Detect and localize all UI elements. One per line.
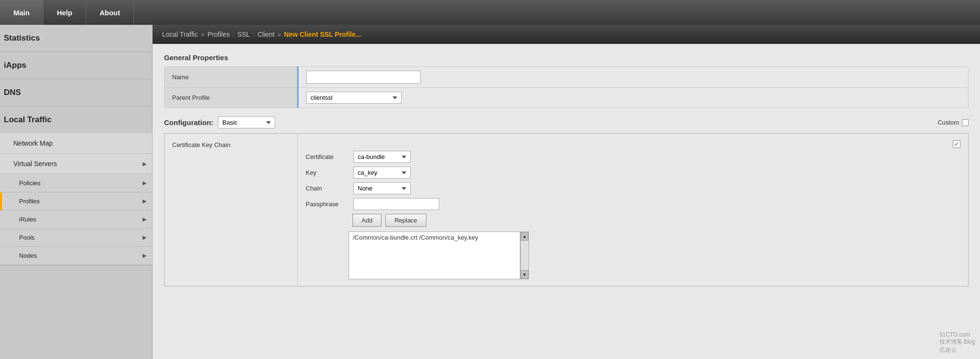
name-value-cell: [298, 67, 969, 88]
key-row: Key ca_key: [306, 167, 960, 179]
breadcrumb: Local Traffic » Profiles : SSL : Client …: [153, 25, 980, 44]
passphrase-input[interactable]: [353, 198, 439, 210]
cert-chain-box[interactable]: /Common/ca-bundle.crt /Common/ca_key.key: [349, 232, 520, 279]
cert-chain-value: /Common/ca-bundle.crt /Common/ca_key.key: [353, 234, 478, 241]
tab-help[interactable]: Help: [43, 0, 86, 25]
tab-help-label: Help: [57, 9, 72, 17]
cert-scrollbar: ▲ ▼: [520, 232, 529, 279]
sidebar-item-iapps[interactable]: iApps: [0, 52, 152, 79]
scrollbar-down-button[interactable]: ▼: [521, 270, 528, 279]
certificate-label: Certificate: [306, 153, 349, 160]
custom-area: Custom: [938, 119, 969, 126]
chain-select[interactable]: None: [353, 182, 411, 194]
sidebar-section-statistics: Statistics: [0, 25, 152, 52]
btn-row: Add Replace: [306, 214, 960, 227]
sidebar-item-network-map[interactable]: Network Map: [0, 133, 152, 154]
custom-label: Custom: [938, 119, 959, 126]
chevron-right-icon: ▶: [143, 180, 146, 186]
sidebar-item-virtual-servers[interactable]: Virtual Servers ▶: [0, 154, 152, 174]
sidebar-item-local-traffic[interactable]: Local Traffic: [0, 106, 152, 133]
sidebar-item-pools[interactable]: Pools ▶: [0, 229, 152, 247]
general-properties-table: Name Parent Profile clientssl: [164, 66, 969, 108]
certificate-row: Certificate ca-bundle: [306, 151, 960, 163]
sidebar-item-dns[interactable]: DNS: [0, 79, 152, 106]
key-select[interactable]: ca_key: [353, 167, 411, 179]
chevron-right-icon: ▶: [143, 234, 146, 241]
chain-value-area: /Common/ca-bundle.crt /Common/ca_key.key…: [306, 232, 960, 279]
main-panel: Local Traffic » Profiles : SSL : Client …: [153, 25, 980, 359]
sidebar-item-profiles[interactable]: Profiles ▶: [0, 192, 152, 211]
breadcrumb-ssl[interactable]: SSL: [237, 31, 250, 38]
replace-button[interactable]: Replace: [385, 214, 426, 227]
parent-profile-select[interactable]: clientssl: [306, 92, 402, 104]
certificate-select[interactable]: ca-bundle: [353, 151, 411, 163]
sidebar-item-nodes[interactable]: Nodes ▶: [0, 247, 152, 265]
chevron-right-icon: ▶: [143, 216, 146, 222]
chevron-right-icon: ▶: [143, 198, 146, 204]
sidebar-item-statistics[interactable]: Statistics: [0, 25, 152, 52]
chain-row: Chain None: [306, 182, 960, 194]
passphrase-row: Passphrase: [306, 198, 960, 210]
breadcrumb-local-traffic[interactable]: Local Traffic: [162, 31, 198, 38]
sidebar-item-policies[interactable]: Policies ▶: [0, 174, 152, 192]
top-nav: Main Help About: [0, 0, 980, 25]
breadcrumb-client[interactable]: Client: [258, 31, 275, 38]
passphrase-label: Passphrase: [306, 201, 349, 208]
config-box: Certificate Key Chain ✓ Certificate ca-b: [164, 133, 969, 286]
chevron-right-icon: ▶: [143, 253, 146, 259]
sidebar-section-dns: DNS: [0, 79, 152, 106]
breadcrumb-current: New Client SSL Profile...: [284, 31, 361, 38]
config-mode-select[interactable]: Basic Advanced: [218, 116, 275, 128]
sidebar: Statistics iApps DNS Local Traffic Netwo…: [0, 25, 153, 359]
general-properties-title: General Properties: [164, 53, 969, 62]
config-checked-icon[interactable]: ✓: [953, 140, 960, 148]
content-area: Statistics iApps DNS Local Traffic Netwo…: [0, 25, 980, 359]
name-input[interactable]: [306, 71, 421, 84]
tab-main[interactable]: Main: [0, 0, 43, 25]
watermark: 51CTO.com 技术博客 Blog 亿迷云: [939, 331, 975, 354]
parent-profile-label: Parent Profile: [165, 88, 298, 108]
name-label: Name: [165, 67, 298, 88]
cert-key-chain-label: Certificate Key Chain: [172, 141, 230, 148]
scrollbar-up-button[interactable]: ▲: [521, 232, 528, 241]
cert-key-chain-label-cell: Certificate Key Chain: [165, 134, 298, 286]
chain-label: Chain: [306, 185, 349, 192]
config-header: Configuration: Basic Advanced Custom: [164, 116, 969, 128]
chevron-right-icon: ▶: [143, 161, 146, 167]
form-content: General Properties Name Parent Profile c…: [153, 44, 980, 296]
key-label: Key: [306, 169, 349, 176]
tab-about-label: About: [100, 9, 120, 17]
config-label: Configuration:: [164, 118, 213, 127]
sidebar-section-local-traffic: Local Traffic Network Map Virtual Server…: [0, 106, 152, 265]
tab-main-label: Main: [13, 9, 30, 17]
cert-chain-wrapper: /Common/ca-bundle.crt /Common/ca_key.key…: [349, 232, 529, 279]
add-button[interactable]: Add: [352, 214, 382, 227]
tab-about[interactable]: About: [86, 0, 134, 25]
config-inner: Certificate Key Chain ✓ Certificate ca-b: [165, 134, 968, 286]
table-row: Name: [165, 67, 969, 88]
parent-profile-value-cell: clientssl: [298, 88, 969, 108]
scrollbar-track: [521, 241, 528, 270]
custom-checkbox[interactable]: [962, 119, 969, 126]
sidebar-item-irules[interactable]: iRules ▶: [0, 211, 152, 229]
breadcrumb-profiles[interactable]: Profiles: [207, 31, 230, 38]
config-right: ✓ Certificate ca-bundle Key: [298, 134, 968, 286]
sidebar-section-iapps: iApps: [0, 52, 152, 79]
table-row: Parent Profile clientssl: [165, 88, 969, 108]
